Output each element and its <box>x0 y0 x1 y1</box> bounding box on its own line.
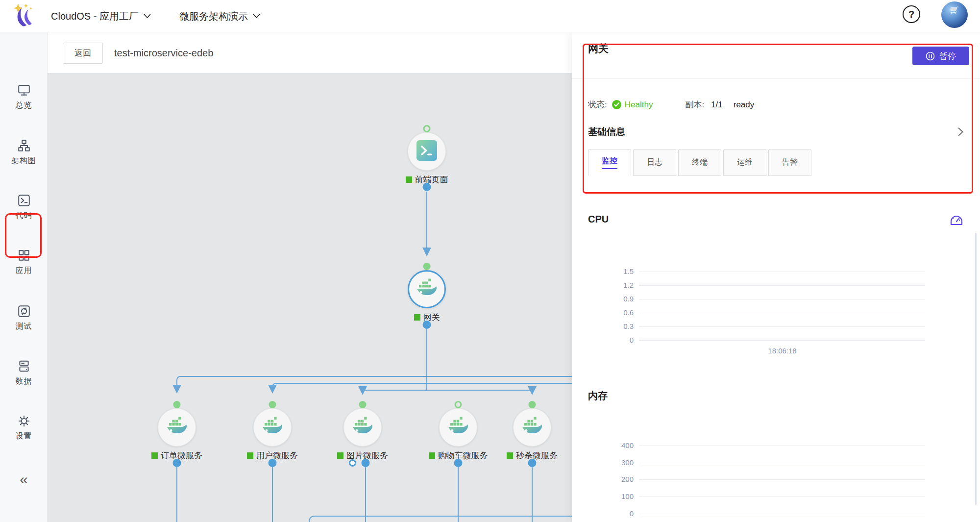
grid-line <box>639 479 925 480</box>
status-square-icon <box>414 314 420 321</box>
y-tick-label: 300 <box>572 458 634 467</box>
pause-button[interactable]: 暂停 <box>912 47 969 65</box>
settings-icon <box>17 414 31 428</box>
divider <box>572 78 980 79</box>
grid-line <box>639 340 925 341</box>
tab-ops[interactable]: 运维 <box>723 149 766 176</box>
panel-title: 网关 <box>588 42 609 55</box>
avatar[interactable]: 🛒 <box>941 1 968 28</box>
grid-line <box>639 272 925 272</box>
page-title: test-microservice-edeb <box>114 48 213 59</box>
tab-monitor[interactable]: 监控 <box>588 149 631 176</box>
chart-title: 内存 <box>588 389 608 402</box>
y-tick-label: 100 <box>572 492 634 500</box>
y-tick-label: 1.2 <box>572 281 634 289</box>
y-tick-label: 0.6 <box>572 308 634 317</box>
sidebar-item-architecture[interactable]: 架构图 <box>0 139 48 166</box>
y-tick-label: 1.5 <box>572 267 634 275</box>
chevron-down-icon <box>144 14 151 19</box>
grid-line <box>639 313 925 313</box>
test-icon <box>17 304 31 318</box>
status-value: Healthy <box>625 100 653 110</box>
chart-title: CPU <box>588 214 609 225</box>
output-port <box>423 321 431 329</box>
brand-title: CloudOS - 应用工厂 <box>51 10 139 23</box>
output-port <box>423 183 431 191</box>
workspace-switcher[interactable]: CloudOS - 应用工厂 <box>51 0 151 32</box>
detail-panel: 网关 暂停 状态: Healthy 副本: 1/1 ready 基础信息 监控日… <box>572 32 980 522</box>
grid-line <box>639 497 925 497</box>
output-port-ring <box>349 459 356 467</box>
basic-info-label: 基础信息 <box>588 125 625 138</box>
grid-line <box>639 463 925 463</box>
y-tick-label: 200 <box>572 475 634 484</box>
status-square-icon <box>507 452 513 459</box>
sidebar-collapse-button[interactable]: « <box>0 471 48 488</box>
input-port <box>423 125 431 132</box>
code-icon <box>17 194 31 207</box>
output-port <box>528 459 537 467</box>
docker-icon <box>261 417 284 438</box>
project-title: 微服务架构演示 <box>179 10 248 23</box>
replicas-value: 1/1 <box>711 100 723 110</box>
status-square-icon <box>429 452 435 459</box>
tab-terminal[interactable]: 终端 <box>678 149 721 176</box>
panel-scrollbar[interactable] <box>975 233 977 505</box>
docker-icon <box>166 417 188 438</box>
status-square-icon <box>151 452 158 459</box>
docker-icon <box>351 417 374 438</box>
y-tick-label: 0 <box>572 336 634 344</box>
chevron-down-icon <box>253 14 260 19</box>
grid-line <box>639 285 925 286</box>
pause-label: 暂停 <box>939 50 956 62</box>
architecture-icon <box>17 139 31 152</box>
sidebar-item-overview[interactable]: 总览 <box>0 83 48 111</box>
grid-line <box>639 299 925 299</box>
output-port <box>362 459 370 467</box>
sidebar-item-code[interactable]: 代码 <box>0 194 48 221</box>
toolbar: 返回 test-microservice-edeb <box>48 32 572 73</box>
output-port <box>454 459 463 467</box>
output-port <box>173 459 181 467</box>
app-header: CloudOS - 应用工厂 微服务架构演示 ? 🛒 <box>0 0 980 32</box>
input-port <box>269 401 276 408</box>
input-port <box>423 263 431 270</box>
x-tick-label: 18:06:18 <box>639 520 925 522</box>
grid-line <box>639 326 925 327</box>
sidebar-nav: 总览 架构图 代码 应用 测试 数据 设置 « <box>0 32 48 522</box>
chevron-right-icon <box>957 127 964 137</box>
gauge-icon[interactable] <box>949 212 964 227</box>
panel-tabs: 监控日志终端运维告警 <box>588 149 811 176</box>
status-row: 状态: Healthy 副本: 1/1 ready <box>588 99 754 110</box>
grid-line <box>639 514 925 514</box>
grid-line <box>639 446 925 446</box>
data-icon <box>17 359 31 373</box>
basic-info-toggle[interactable]: 基础信息 <box>588 125 964 138</box>
healthy-check-icon <box>612 100 621 109</box>
cart-icon: 🛒 <box>950 5 959 14</box>
input-port <box>529 401 536 408</box>
sidebar-item-settings[interactable]: 设置 <box>0 414 48 442</box>
pause-icon <box>926 51 935 61</box>
output-port <box>269 459 277 467</box>
sidebar-item-apps[interactable]: 应用 <box>0 249 48 276</box>
docker-icon <box>447 417 469 438</box>
tab-alerts[interactable]: 告警 <box>768 149 811 176</box>
input-port <box>455 401 462 408</box>
sidebar-item-test[interactable]: 测试 <box>0 304 48 332</box>
y-tick-label: 0.9 <box>572 295 634 303</box>
sidebar-item-data[interactable]: 数据 <box>0 359 48 387</box>
tab-logs[interactable]: 日志 <box>633 149 676 176</box>
y-tick-label: 400 <box>572 441 634 449</box>
y-tick-label: 0.3 <box>572 322 634 330</box>
x-tick-label: 18:06:18 <box>639 347 925 355</box>
status-square-icon <box>247 452 253 459</box>
monitor-icon <box>17 83 31 97</box>
cloudos-logo-icon <box>12 3 37 28</box>
terminal-icon <box>416 140 437 163</box>
help-icon[interactable]: ? <box>903 5 920 23</box>
project-switcher[interactable]: 微服务架构演示 <box>179 0 260 32</box>
back-button[interactable]: 返回 <box>63 43 103 64</box>
input-port <box>359 401 367 408</box>
docker-icon <box>416 278 438 300</box>
